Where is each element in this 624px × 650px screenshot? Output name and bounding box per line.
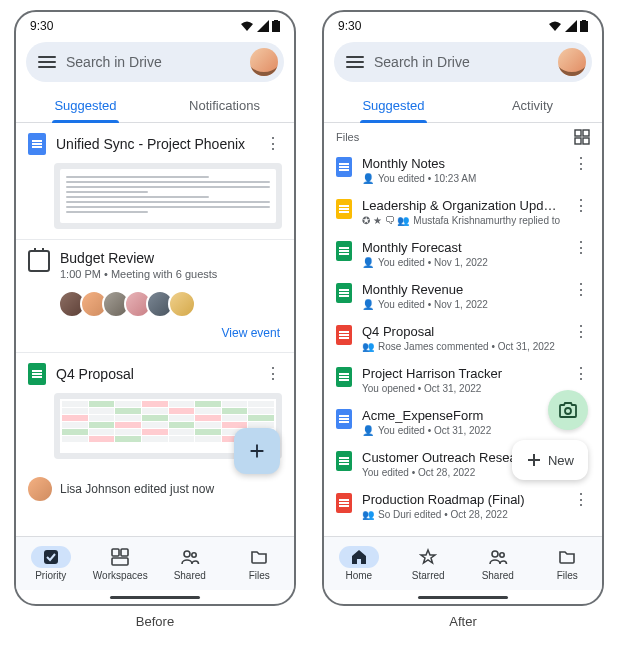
nav-starred[interactable]: Starred: [394, 537, 464, 590]
account-avatar[interactable]: [558, 48, 586, 76]
account-avatar[interactable]: [250, 48, 278, 76]
file-subtitle: 👥Rose James commented • Oct 31, 2022: [362, 341, 562, 352]
more-icon[interactable]: ⋮: [264, 136, 282, 152]
menu-icon[interactable]: [346, 56, 364, 68]
wifi-icon: [240, 20, 254, 32]
nav-shared[interactable]: Shared: [463, 537, 533, 590]
tab-suggested[interactable]: Suggested: [324, 88, 463, 122]
section-label: Files: [336, 131, 359, 143]
nav-shared[interactable]: Shared: [155, 537, 225, 590]
new-fab[interactable]: New: [512, 440, 588, 480]
status-bar: 9:30: [324, 12, 602, 34]
more-icon[interactable]: ⋮: [264, 366, 282, 382]
file-title: Acme_ExpenseForm: [362, 408, 562, 423]
file-subtitle: ✪ ★ 🗨 👥Mustafa Krishnamurthy replied to …: [362, 215, 562, 226]
file-subtitle: 👥So Duri edited • Oct 28, 2022: [362, 509, 562, 520]
more-icon[interactable]: ⋮: [572, 156, 590, 172]
svg-point-7: [192, 553, 196, 557]
file-title: Monthly Forecast: [362, 240, 562, 255]
svg-rect-5: [112, 558, 128, 565]
more-icon[interactable]: ⋮: [572, 324, 590, 340]
file-row[interactable]: Production Roadmap (Final)👥So Duri edite…: [324, 485, 602, 527]
file-title: Q4 Proposal: [362, 324, 562, 339]
menu-icon[interactable]: [38, 56, 56, 68]
more-icon[interactable]: ⋮: [572, 492, 590, 508]
phone-after: 9:30 Search in Drive Suggested Activity …: [322, 10, 604, 606]
file-title: Leadership & Organization Updates...: [362, 198, 562, 213]
wifi-icon: [548, 20, 562, 32]
more-icon[interactable]: ⋮: [572, 198, 590, 214]
more-icon[interactable]: ⋮: [572, 282, 590, 298]
search-bar[interactable]: Search in Drive: [26, 42, 284, 82]
file-row[interactable]: Q4 Proposal👥Rose James commented • Oct 3…: [324, 317, 602, 359]
file-type-icon: [336, 409, 352, 429]
sheets-icon: [28, 363, 46, 385]
new-label: New: [548, 453, 574, 468]
tab-suggested[interactable]: Suggested: [16, 88, 155, 122]
home-indicator: [16, 590, 294, 604]
caption-after: After: [449, 614, 476, 629]
activity-row: Lisa Johnson edited just now: [16, 469, 294, 509]
file-subtitle: You opened • Oct 31, 2022: [362, 383, 562, 394]
home-icon: [350, 548, 368, 566]
svg-rect-13: [583, 138, 589, 144]
file-type-icon: [336, 199, 352, 219]
file-row[interactable]: Monthly Revenue👤You edited • Nov 1, 2022…: [324, 275, 602, 317]
more-icon[interactable]: ⋮: [572, 366, 590, 382]
nav-files[interactable]: Files: [225, 537, 295, 590]
tabs: Suggested Activity: [324, 88, 602, 123]
caption-before: Before: [136, 614, 174, 629]
signal-icon: [257, 20, 269, 32]
svg-rect-10: [575, 130, 581, 136]
tab-notifications[interactable]: Notifications: [155, 88, 294, 122]
signal-icon: [565, 20, 577, 32]
nav-workspaces[interactable]: Workspaces: [86, 537, 156, 590]
files-icon: [558, 548, 576, 566]
content-scroll[interactable]: Files Monthly Notes👤You edited • 10:23 A…: [324, 123, 602, 536]
file-type-icon: [336, 157, 352, 177]
tab-activity[interactable]: Activity: [463, 88, 602, 122]
svg-rect-8: [580, 21, 588, 32]
file-title: Project Harrison Tracker: [362, 366, 562, 381]
content-scroll[interactable]: Unified Sync - Project Phoenix ⋮: [16, 123, 294, 536]
file-row[interactable]: Monthly Forecast👤You edited • Nov 1, 202…: [324, 233, 602, 275]
svg-rect-3: [112, 549, 119, 556]
svg-rect-11: [583, 130, 589, 136]
file-subtitle: 👤You edited • Nov 1, 2022: [362, 257, 562, 268]
more-icon[interactable]: ⋮: [572, 240, 590, 256]
file-title: Monthly Notes: [362, 156, 562, 171]
phone-before: 9:30 Search in Drive Suggested Notificat…: [14, 10, 296, 606]
battery-icon: [272, 20, 280, 32]
search-bar[interactable]: Search in Drive: [334, 42, 592, 82]
shared-icon: [488, 548, 508, 566]
card-title: Unified Sync - Project Phoenix: [56, 136, 254, 152]
svg-point-15: [492, 551, 498, 557]
tabs: Suggested Notifications: [16, 88, 294, 123]
file-type-icon: [336, 241, 352, 261]
nav-files[interactable]: Files: [533, 537, 603, 590]
file-title: Production Roadmap (Final): [362, 492, 562, 507]
file-type-icon: [336, 493, 352, 513]
status-bar: 9:30: [16, 12, 294, 34]
svg-rect-4: [121, 549, 128, 556]
files-section-header: Files: [324, 123, 602, 149]
file-type-icon: [336, 325, 352, 345]
add-fab[interactable]: [234, 428, 280, 474]
meeting-card[interactable]: Budget Review 1:00 PM • Meeting with 6 g…: [16, 240, 294, 353]
view-event-link[interactable]: View event: [28, 322, 282, 344]
svg-rect-1: [274, 20, 278, 21]
nav-priority[interactable]: Priority: [16, 537, 86, 590]
scan-fab[interactable]: [548, 390, 588, 430]
file-type-icon: [336, 367, 352, 387]
star-icon: [419, 548, 437, 566]
card-title: Q4 Proposal: [56, 366, 254, 382]
grid-view-icon[interactable]: [574, 129, 590, 145]
activity-text: Lisa Johnson edited just now: [60, 482, 214, 496]
workspaces-icon: [111, 548, 129, 566]
suggested-card[interactable]: Unified Sync - Project Phoenix ⋮: [16, 123, 294, 240]
file-row[interactable]: Leadership & Organization Updates...✪ ★ …: [324, 191, 602, 233]
file-row[interactable]: Monthly Notes👤You edited • 10:23 AM⋮: [324, 149, 602, 191]
file-subtitle: 👤You edited • Nov 1, 2022: [362, 299, 562, 310]
nav-home[interactable]: Home: [324, 537, 394, 590]
file-title: Monthly Revenue: [362, 282, 562, 297]
